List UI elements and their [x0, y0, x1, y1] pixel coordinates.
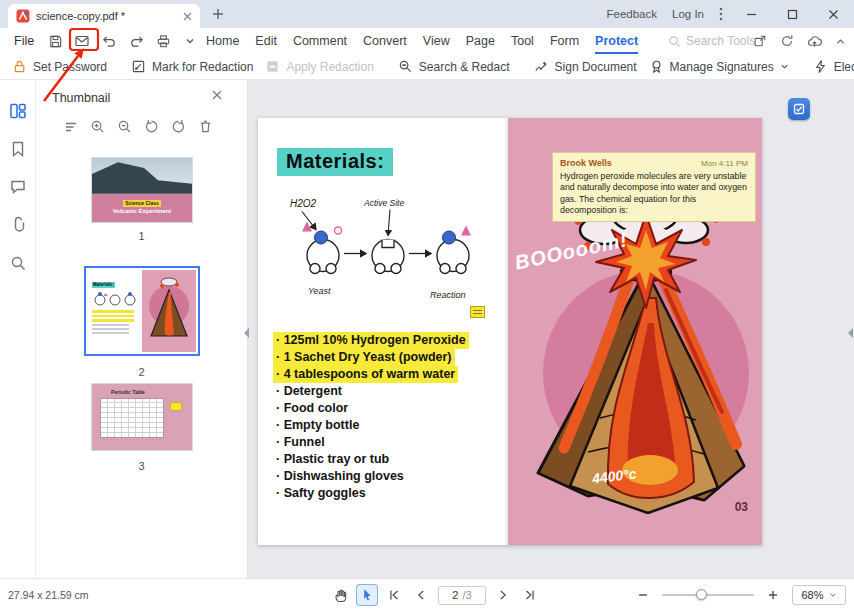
close-panel-icon[interactable]	[212, 90, 222, 100]
close-window-button[interactable]	[820, 0, 846, 28]
mini-highlight-line	[92, 310, 134, 313]
undo-icon[interactable]	[100, 32, 118, 50]
diagram-formula-label: H2O2	[290, 198, 317, 209]
list-item: · Dishwashing gloves	[276, 468, 501, 485]
collapse-right-panel-handle[interactable]	[845, 322, 854, 344]
comments-icon[interactable]	[9, 178, 27, 196]
list-item-highlighted: · 125ml 10% Hydrogen Peroxide	[276, 332, 501, 349]
next-page-icon[interactable]	[493, 585, 513, 605]
zoom-out-thumbnail-icon[interactable]	[116, 118, 133, 135]
page-number-input[interactable]: 2 /3	[438, 586, 486, 605]
hand-tool-icon[interactable]	[330, 585, 350, 605]
page-thumbnail-2-selected[interactable]: Materials:	[84, 266, 200, 356]
cover-line1: Science Class	[123, 200, 161, 207]
new-tab-button[interactable]	[210, 6, 226, 22]
pdf-app-icon	[16, 9, 30, 23]
search-panel-icon[interactable]	[9, 254, 27, 272]
tab-title: science-copy.pdf *	[36, 10, 177, 22]
sticky-note-annotation-icon[interactable]	[470, 306, 485, 318]
zoom-level-dropdown[interactable]: 68%	[792, 585, 846, 605]
first-page-icon[interactable]	[384, 585, 404, 605]
bookmarks-icon[interactable]	[9, 140, 27, 158]
mark-for-redaction-button[interactable]: Mark for Redaction	[131, 59, 253, 74]
file-menu[interactable]: File	[14, 28, 34, 54]
thumbnail-options-icon[interactable]	[62, 118, 79, 135]
manage-signatures-button[interactable]: Manage Signatures	[649, 59, 789, 74]
list-item-highlighted: · 1 Sachet Dry Yeast (powder)	[276, 349, 501, 366]
maximize-button[interactable]	[779, 0, 805, 28]
zoom-in-icon[interactable]	[763, 585, 783, 605]
cover-line2: Volcanic Experiment	[113, 208, 172, 215]
attachment-icon[interactable]	[9, 216, 27, 234]
cloud-upload-icon[interactable]	[807, 34, 822, 49]
zoom-out-icon[interactable]	[633, 585, 653, 605]
collapse-ribbon-icon[interactable]	[835, 36, 846, 47]
collapse-left-panel-handle[interactable]	[241, 322, 251, 344]
document-page-right[interactable]: Brook Wells Mon 4:11 PM Hydrogen peroxid…	[508, 118, 762, 545]
tab-home[interactable]: Home	[206, 28, 239, 54]
tab-protect[interactable]: Protect	[595, 28, 638, 54]
page-number-label: 1	[36, 230, 247, 242]
document-tab[interactable]: science-copy.pdf *	[8, 4, 200, 28]
quick-access-more-icon[interactable]	[181, 32, 199, 50]
tab-page[interactable]: Page	[466, 28, 495, 54]
list-item: · Empty bottle	[276, 417, 501, 434]
tab-view[interactable]: View	[423, 28, 450, 54]
thumbnail-panel-header: Thumbnail	[36, 88, 248, 110]
materials-list: · 125ml 10% Hydrogen Peroxide · 1 Sachet…	[276, 332, 501, 502]
zoom-slider-thumb[interactable]	[696, 589, 707, 600]
search-redact-button[interactable]: Search & Redact	[398, 59, 510, 74]
list-item: · Detergent	[276, 383, 501, 400]
minimize-button[interactable]	[738, 0, 764, 28]
titlebar: science-copy.pdf * Feedback Log In	[0, 0, 854, 28]
mini-title: Materials:	[92, 282, 115, 288]
set-password-label: Set Password	[33, 60, 107, 74]
last-page-icon[interactable]	[520, 585, 540, 605]
set-password-button[interactable]: Set Password	[12, 59, 107, 74]
current-page: 2	[452, 589, 458, 601]
mini-periodic-table	[100, 398, 164, 438]
tab-tool[interactable]: Tool	[511, 28, 534, 54]
rotate-right-icon[interactable]	[170, 118, 187, 135]
diagram-yeast-label: Yeast	[308, 286, 331, 296]
tab-convert[interactable]: Convert	[363, 28, 407, 54]
redo-icon[interactable]	[127, 32, 145, 50]
tab-comment[interactable]: Comment	[293, 28, 347, 54]
email-icon[interactable]	[73, 32, 91, 50]
page-thumbnail-1[interactable]: Science Class Volcanic Experiment	[92, 158, 192, 222]
menu-row: File Home Edit Comment	[0, 28, 854, 54]
diagram-active-site-label: Active Site	[363, 198, 404, 208]
search-icon	[668, 35, 681, 48]
share-icon[interactable]	[753, 34, 767, 48]
document-page-left[interactable]: Materials: H2O2	[258, 118, 508, 545]
thumbnail-panel-icon[interactable]	[9, 102, 27, 120]
select-tool-icon[interactable]	[357, 585, 377, 605]
search-redact-label: Search & Redact	[419, 60, 510, 74]
print-icon[interactable]	[154, 32, 172, 50]
feedback-link[interactable]: Feedback	[607, 8, 658, 20]
tab-form[interactable]: Form	[550, 28, 579, 54]
list-item: · Funnel	[276, 434, 501, 451]
sync-icon[interactable]	[780, 34, 794, 48]
floating-widget-icon[interactable]	[788, 98, 810, 120]
zoom-in-thumbnail-icon[interactable]	[89, 118, 106, 135]
sign-document-button[interactable]: Sign Document	[534, 59, 637, 74]
close-tab-icon[interactable]	[183, 12, 192, 21]
ribbon-tabs: Home Edit Comment Convert View Page Tool…	[206, 28, 638, 54]
more-menu-icon[interactable]	[719, 7, 723, 21]
page-thumbnail-3[interactable]: Periodic Table	[92, 384, 192, 450]
delete-page-icon[interactable]	[197, 118, 214, 135]
document-canvas[interactable]: Materials: H2O2	[248, 80, 854, 578]
tab-edit[interactable]: Edit	[255, 28, 277, 54]
rotate-left-icon[interactable]	[143, 118, 160, 135]
electronic-signature-button[interactable]: Elec	[813, 59, 854, 74]
login-link[interactable]: Log In	[672, 8, 704, 20]
previous-page-icon[interactable]	[411, 585, 431, 605]
search-tools[interactable]: Search Tools	[668, 28, 755, 54]
list-item-highlighted: · 4 tablespoons of warm water	[276, 366, 501, 383]
zoom-slider[interactable]	[662, 588, 754, 602]
comment-note[interactable]: Brook Wells Mon 4:11 PM Hydrogen peroxid…	[552, 152, 756, 222]
mini-materials-page: Materials:	[88, 270, 142, 352]
save-icon[interactable]	[46, 32, 64, 50]
apply-redaction-button[interactable]: Apply Redaction	[265, 59, 373, 74]
